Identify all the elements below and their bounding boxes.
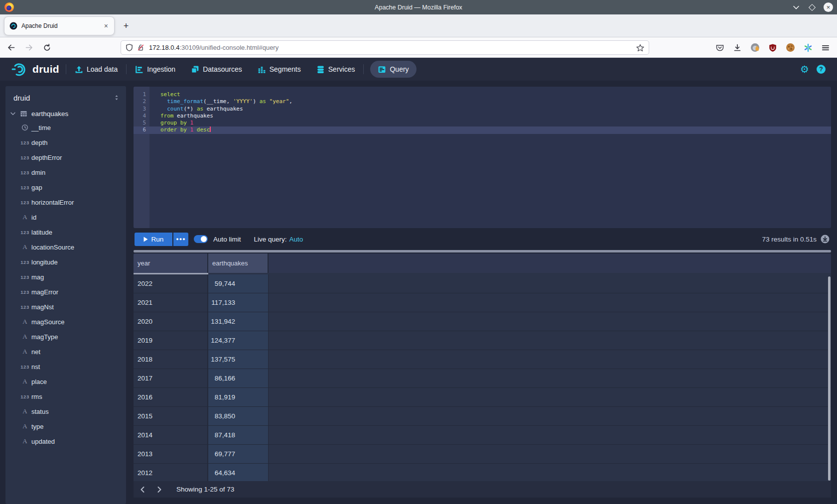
earthquakes-cell[interactable]: 124,377 xyxy=(208,331,269,350)
nav-item-ingestion[interactable]: Ingestion xyxy=(133,61,177,78)
column-item-magSource[interactable]: AmagSource xyxy=(5,314,126,329)
column-item-magError[interactable]: 123magError xyxy=(5,284,126,299)
ublock-extension-icon[interactable] xyxy=(768,43,777,52)
column-item-place[interactable]: Aplace xyxy=(5,374,126,389)
earthquakes-cell[interactable]: 69,777 xyxy=(208,445,269,463)
column-item-nst[interactable]: 123nst xyxy=(5,359,126,374)
earthquakes-cell[interactable]: 87,418 xyxy=(208,426,269,444)
earthquakes-cell[interactable]: 81,919 xyxy=(208,388,269,406)
column-item-longitude[interactable]: 123longitude xyxy=(5,254,126,269)
download-results-icon[interactable] xyxy=(821,235,830,244)
pagination-next-button[interactable] xyxy=(154,485,164,495)
column-name: rms xyxy=(31,393,42,400)
column-item-rms[interactable]: 123rms xyxy=(5,389,126,404)
column-name: depth xyxy=(31,139,48,146)
cookie-extension-icon[interactable] xyxy=(786,43,795,52)
earthquakes-cell[interactable]: 64,634 xyxy=(208,464,269,481)
column-item-dmin[interactable]: 123dmin xyxy=(5,165,126,180)
column-item-depthError[interactable]: 123depthError xyxy=(5,150,126,165)
column-item-net[interactable]: Anet xyxy=(5,344,126,359)
column-item-mag[interactable]: 123mag xyxy=(5,269,126,284)
new-tab-button[interactable]: + xyxy=(120,19,133,32)
chevron-down-icon[interactable] xyxy=(9,110,16,117)
pagination-prev-button[interactable] xyxy=(138,485,147,495)
column-item-id[interactable]: Aid xyxy=(5,210,126,225)
nav-item-datasources[interactable]: Datasources xyxy=(189,61,244,78)
column-item-status[interactable]: Astatus xyxy=(5,404,126,419)
column-item-gap[interactable]: 123gap xyxy=(5,180,126,195)
column-name: place xyxy=(31,378,47,385)
nav-item-segments[interactable]: Segments xyxy=(256,61,303,78)
earthquakes-cell[interactable]: 59,744 xyxy=(208,274,269,293)
year-cell[interactable]: 2013 xyxy=(134,445,208,463)
year-cell[interactable]: 2021 xyxy=(134,293,208,312)
auto-limit-label[interactable]: Auto limit xyxy=(213,236,241,243)
back-button[interactable] xyxy=(5,41,17,53)
downloads-icon[interactable] xyxy=(733,43,742,52)
column-item-updated[interactable]: Aupdated xyxy=(5,434,126,449)
asterisk-extension-icon[interactable] xyxy=(804,43,813,52)
year-cell[interactable]: 2015 xyxy=(134,407,208,425)
pocket-icon[interactable] xyxy=(715,43,724,52)
column-header-earthquakes[interactable]: earthquakes xyxy=(208,253,269,273)
earthquakes-cell[interactable]: 86,166 xyxy=(208,369,269,387)
earthquakes-cell[interactable]: 83,850 xyxy=(208,407,269,425)
run-more-options-button[interactable]: ●●● xyxy=(173,233,188,246)
table-row: 202259,744 xyxy=(134,274,831,293)
column-item-type[interactable]: Atype xyxy=(5,419,126,434)
year-cell[interactable]: 2014 xyxy=(134,426,208,444)
year-cell[interactable]: 2020 xyxy=(134,312,208,331)
year-cell[interactable]: 2012 xyxy=(134,464,208,481)
window-minimize-button[interactable] xyxy=(792,3,801,12)
help-icon[interactable]: ? xyxy=(817,65,826,74)
year-cell[interactable]: 2016 xyxy=(134,388,208,406)
insecure-lock-icon[interactable] xyxy=(137,43,145,52)
table-item-earthquakes[interactable]: earthquakes xyxy=(5,107,126,120)
settings-gear-icon[interactable]: ⚙ xyxy=(800,64,809,74)
auto-limit-toggle[interactable] xyxy=(194,235,208,243)
column-item-magType[interactable]: AmagType xyxy=(5,329,126,344)
menu-hamburger-icon[interactable] xyxy=(821,43,830,52)
panel-splitter-handle[interactable] xyxy=(134,250,831,252)
window-maximize-button[interactable] xyxy=(808,3,817,12)
druid-logo[interactable]: druid xyxy=(11,61,59,77)
privacy-badger-extension-icon[interactable] xyxy=(750,43,760,52)
browser-tab[interactable]: Apache Druid × xyxy=(4,16,115,35)
nav-item-services[interactable]: Services xyxy=(314,61,357,78)
column-item-locationSource[interactable]: AlocationSource xyxy=(5,240,126,254)
bookmark-star-icon[interactable] xyxy=(636,43,645,52)
live-query-value[interactable]: Auto xyxy=(289,236,303,243)
nav-item-query[interactable]: Query xyxy=(370,61,416,78)
segments-icon xyxy=(258,65,266,74)
reload-button[interactable] xyxy=(41,41,53,53)
shield-icon[interactable] xyxy=(125,43,134,52)
nav-item-label: Ingestion xyxy=(147,65,175,73)
year-cell[interactable]: 2019 xyxy=(134,331,208,350)
year-cell[interactable]: 2017 xyxy=(134,369,208,387)
column-header-year[interactable]: year xyxy=(134,253,208,273)
earthquakes-cell[interactable]: 117,133 xyxy=(208,293,269,312)
double-caret-vertical-icon xyxy=(113,94,120,101)
window-close-button[interactable]: × xyxy=(824,2,833,12)
year-cell[interactable]: 2018 xyxy=(134,350,208,369)
column-item-latitude[interactable]: 123latitude xyxy=(5,225,126,240)
schema-tree: earthquakes __time123depth123depthError1… xyxy=(5,107,126,449)
schema-selector[interactable]: druid xyxy=(13,92,120,104)
column-item-__time[interactable]: __time xyxy=(5,120,126,135)
sql-editor[interactable]: 123456 select time_format(__time, 'YYYY'… xyxy=(134,87,831,228)
column-item-magNst[interactable]: 123magNst xyxy=(5,299,126,314)
column-name: updated xyxy=(31,438,55,445)
nav-item-load-data[interactable]: Load data xyxy=(73,61,120,78)
url-bar[interactable]: 172.18.0.4:30109/unified-console.html#qu… xyxy=(121,40,649,55)
column-item-horizontalError[interactable]: 123horizontalError xyxy=(5,195,126,210)
url-text[interactable]: 172.18.0.4:30109/unified-console.html#qu… xyxy=(149,44,636,51)
time-type-icon xyxy=(20,124,29,131)
earthquakes-cell[interactable]: 131,942 xyxy=(208,312,269,331)
forward-button[interactable] xyxy=(23,41,35,53)
run-button[interactable]: Run xyxy=(135,233,172,246)
tab-close-icon[interactable]: × xyxy=(103,22,109,30)
earthquakes-cell[interactable]: 137,575 xyxy=(208,350,269,369)
vertical-scrollbar[interactable] xyxy=(828,276,831,481)
column-item-depth[interactable]: 123depth xyxy=(5,135,126,150)
year-cell[interactable]: 2022 xyxy=(134,274,208,293)
